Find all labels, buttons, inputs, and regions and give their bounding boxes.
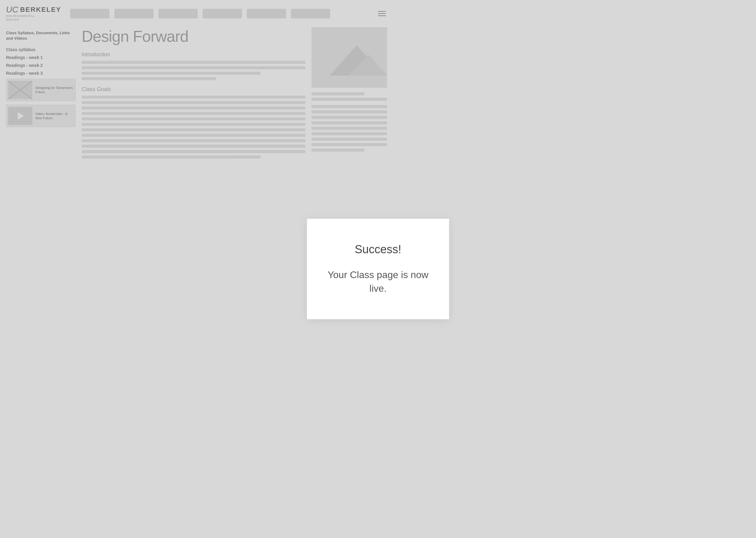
modal-body-text: Your Class page is now live.: [325, 268, 393, 281]
modal-overlay[interactable]: Success! Your Class page is now live.: [0, 0, 393, 281]
success-modal: Success! Your Class page is now live.: [307, 219, 393, 281]
modal-success-text: Success!: [325, 243, 393, 256]
